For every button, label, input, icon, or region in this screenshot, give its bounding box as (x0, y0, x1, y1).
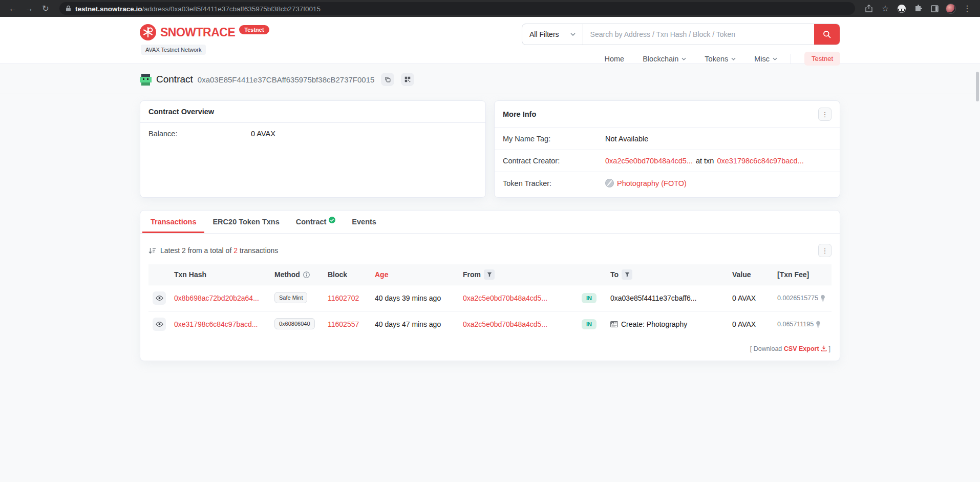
chevron-down-icon (681, 57, 686, 60)
transactions-menu-button[interactable]: ⋮ (818, 244, 832, 257)
search-filter-select[interactable]: All Filters (522, 24, 583, 45)
tab-bar: Transactions ERC20 Token Txns Contract E… (140, 211, 840, 234)
back-icon[interactable]: ← (6, 2, 19, 15)
share-icon[interactable] (862, 2, 876, 15)
col-value: Value (728, 264, 773, 285)
col-to: To (606, 264, 728, 285)
col-eye (148, 264, 170, 285)
tab-transactions[interactable]: Transactions (142, 211, 204, 233)
snowflake-logo-icon (140, 24, 156, 40)
creation-txn-link[interactable]: 0xe31798c6c84c97bacd... (717, 157, 803, 165)
nav-home[interactable]: Home (605, 55, 625, 63)
table-row: 0x8b698ac72bd20b2a64... Safe Mint 116027… (148, 285, 832, 311)
name-tag-value: Not Available (605, 135, 648, 143)
chevron-down-icon (773, 57, 777, 60)
token-tracker-link[interactable]: Photography (FOTO) (617, 179, 687, 187)
chevron-down-icon (731, 57, 736, 60)
contract-doc-icon (610, 321, 618, 327)
nav-tokens[interactable]: Tokens (705, 55, 736, 63)
gas-bulb-icon (816, 321, 821, 328)
csv-export-row: [ Download CSV Export ] (148, 345, 832, 352)
nav-misc[interactable]: Misc (754, 55, 777, 63)
sort-icon (148, 247, 156, 254)
value-cell: 0 AVAX (728, 311, 773, 338)
network-label: AVAX Testnet Network (141, 45, 206, 55)
balance-label: Balance: (148, 130, 251, 138)
eye-icon (156, 296, 163, 301)
method-badge: Safe Mint (274, 292, 307, 303)
nav-testnet-button[interactable]: Testnet (804, 52, 840, 66)
tab-events[interactable]: Events (344, 211, 385, 233)
txn-fee: 0.065711195 (777, 321, 814, 328)
search-button[interactable] (814, 24, 840, 45)
info-icon[interactable] (303, 271, 310, 278)
tx-summary: Latest 2 from a total of 2 transactions (160, 246, 278, 255)
snowtrace-logo[interactable]: SNOWTRACE Testnet (140, 24, 269, 40)
tab-contract[interactable]: Contract (288, 211, 344, 233)
contract-creation-link[interactable]: Create: Photography (610, 320, 724, 328)
block-link[interactable]: 11602702 (328, 294, 359, 302)
to-filter-button[interactable] (622, 269, 632, 280)
search-input[interactable] (583, 24, 814, 45)
url-host: testnet.snowtrace.io (75, 5, 142, 13)
address-bar[interactable]: testnet.snowtrace.io/address/0xa03e85f44… (59, 2, 855, 15)
to-address: 0xa03e85f4411e37cbaff6... (610, 294, 696, 302)
creator-at-txn-text: at txn (696, 157, 714, 165)
search-bar: All Filters (522, 24, 840, 45)
tx-preview-button[interactable] (153, 291, 166, 305)
main-nav: Home Blockchain Tokens Misc Testnet (605, 52, 841, 66)
from-address-link[interactable]: 0xa2c5e0bd70b48a4cd5... (463, 294, 547, 302)
from-filter-button[interactable] (484, 269, 495, 280)
transactions-table: Txn Hash Method Block Age From To Value (148, 264, 832, 337)
site-header: SNOWTRACE Testnet AVAX Testnet Network A… (0, 17, 980, 64)
from-address-link[interactable]: 0xa2c5e0bd70b48a4cd5... (463, 320, 547, 328)
browser-profile-avatar[interactable] (944, 2, 957, 15)
direction-badge: IN (582, 319, 596, 329)
tab-erc20-token-txns[interactable]: ERC20 Token Txns (204, 211, 287, 233)
reload-icon[interactable]: ↻ (39, 2, 52, 15)
nav-blockchain[interactable]: Blockchain (643, 55, 686, 63)
col-block: Block (324, 264, 371, 285)
col-txn-hash: Txn Hash (170, 264, 270, 285)
page-scrollbar[interactable] (976, 72, 979, 101)
forward-icon[interactable]: → (23, 2, 36, 15)
age-value: 40 days 39 mins ago (371, 285, 459, 311)
chevron-down-icon (570, 33, 576, 36)
col-from: From (459, 264, 578, 285)
page-title: Contract (156, 74, 193, 85)
token-logo-icon (605, 179, 614, 187)
txn-hash-link[interactable]: 0xe31798c6c84c97bacd... (174, 320, 258, 328)
table-row: 0xe31798c6c84c97bacd... 0x60806040 11602… (148, 311, 832, 338)
overview-card-title: Contract Overview (148, 108, 214, 116)
balance-value: 0 AVAX (251, 130, 275, 138)
qr-code-button[interactable] (401, 73, 414, 86)
verified-check-icon (329, 217, 335, 223)
filter-icon (625, 272, 630, 277)
more-info-menu-button[interactable]: ⋮ (818, 108, 832, 121)
brand-name: SNOWTRACE (160, 26, 235, 39)
contract-overview-card: Contract Overview Balance: 0 AVAX (140, 100, 486, 198)
csv-export-link[interactable]: CSV Export (784, 345, 819, 352)
browser-menu-icon[interactable]: ⋮ (961, 2, 974, 15)
search-icon (823, 30, 831, 38)
side-panel-icon[interactable] (928, 2, 941, 15)
lock-icon (66, 5, 71, 12)
creator-address-link[interactable]: 0xa2c5e0bd70b48a4cd5... (605, 157, 693, 165)
value-cell: 0 AVAX (728, 285, 773, 311)
extension-avatar-icon[interactable] (895, 2, 908, 15)
search-filter-label: All Filters (529, 30, 559, 38)
tx-preview-button[interactable] (153, 318, 166, 331)
contract-address: 0xa03E85F4411e37CBAff635975bf38cB2737F00… (198, 75, 375, 84)
extensions-puzzle-icon[interactable] (911, 2, 925, 15)
download-icon (821, 345, 827, 351)
contract-creator-label: Contract Creator: (503, 157, 605, 165)
url-path: /address/0xa03e85f4411e37cbaff635975bf38… (142, 5, 321, 13)
age-toggle-link[interactable]: Age (375, 270, 388, 279)
copy-address-button[interactable] (381, 73, 394, 86)
txn-hash-link[interactable]: 0x8b698ac72bd20b2a64... (174, 294, 259, 302)
col-txn-fee: [Txn Fee] (773, 264, 832, 285)
gas-bulb-icon (820, 295, 825, 302)
bookmark-star-icon[interactable]: ☆ (879, 2, 892, 15)
txn-fee: 0.0026515775 (777, 295, 818, 302)
block-link[interactable]: 11602557 (328, 320, 359, 328)
